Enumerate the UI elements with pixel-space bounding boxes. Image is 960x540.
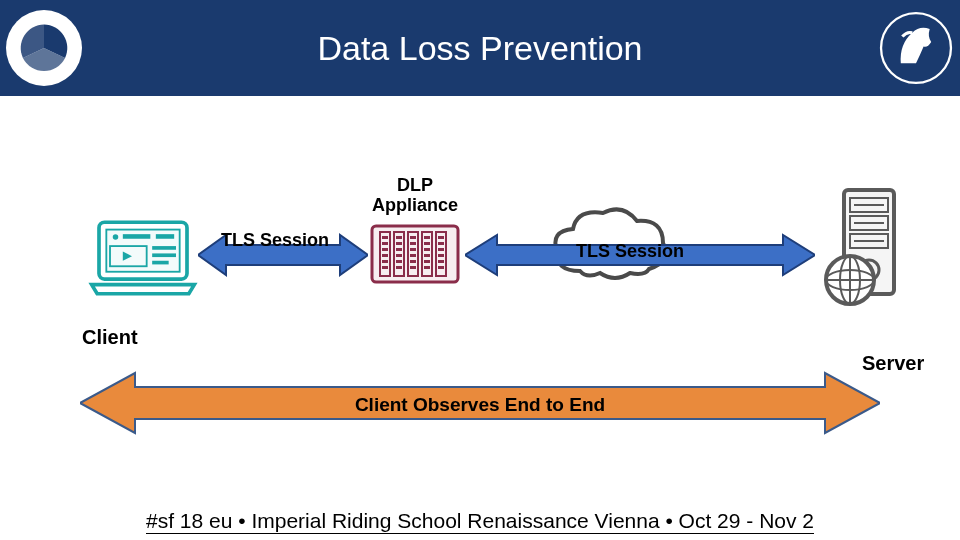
svg-rect-43 [438,236,444,239]
svg-rect-6 [156,234,174,239]
diagram-area: TLS Session DLP Appliance [0,96,960,502]
svg-rect-9 [152,246,176,250]
svg-rect-19 [382,236,388,239]
svg-rect-25 [396,236,402,239]
svg-rect-44 [438,242,444,245]
svg-rect-29 [396,260,402,263]
server-globe-icon [820,186,910,306]
svg-rect-5 [123,234,151,239]
svg-rect-34 [410,254,416,257]
svg-point-4 [113,234,119,240]
svg-rect-45 [438,248,444,251]
client-laptop-icon [88,216,198,300]
footer-text: #sf 18 eu • Imperial Riding School Renai… [146,509,814,534]
svg-rect-26 [396,242,402,245]
tls-session-label-right: TLS Session [500,241,760,262]
client-label: Client [82,326,138,349]
svg-rect-42 [424,266,430,269]
page-title: Data Loss Prevention [317,29,642,68]
svg-rect-28 [396,254,402,257]
svg-rect-10 [152,253,176,257]
dlp-appliance-label: DLP Appliance [360,176,470,216]
svg-rect-46 [438,254,444,257]
svg-rect-32 [410,242,416,245]
footer-bar: #sf 18 eu • Imperial Riding School Renai… [0,502,960,540]
svg-rect-35 [410,260,416,263]
svg-rect-23 [382,260,388,263]
svg-rect-27 [396,248,402,251]
svg-rect-37 [424,236,430,239]
svg-rect-21 [382,248,388,251]
svg-rect-39 [424,248,430,251]
svg-rect-40 [424,254,430,257]
svg-rect-38 [424,242,430,245]
svg-rect-36 [410,266,416,269]
dlp-appliance-icon [370,224,460,284]
svg-rect-47 [438,260,444,263]
svg-rect-48 [438,266,444,269]
logo-left-icon [6,10,82,86]
svg-rect-22 [382,254,388,257]
svg-rect-20 [382,242,388,245]
header-bar: Data Loss Prevention [0,0,960,96]
svg-rect-41 [424,260,430,263]
svg-rect-31 [410,236,416,239]
svg-rect-30 [396,266,402,269]
observe-label: Client Observes End to End [320,394,640,416]
svg-rect-33 [410,248,416,251]
svg-rect-24 [382,266,388,269]
tls-session-label-left: TLS Session [210,231,340,251]
logo-right-icon [878,10,954,86]
svg-rect-11 [152,261,169,265]
